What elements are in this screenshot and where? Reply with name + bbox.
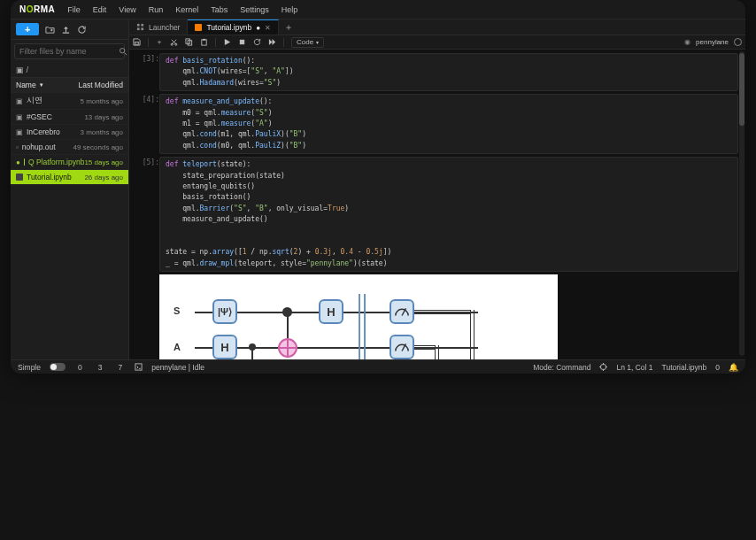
- code-input[interactable]: def measure_and_update(): m0 = qml.measu…: [159, 94, 738, 154]
- file-modified: 26 days ago: [84, 174, 123, 181]
- file-modified: 3 months ago: [81, 128, 123, 136]
- breadcrumb[interactable]: ▣ /: [11, 63, 128, 78]
- classical-wire: [414, 310, 471, 314]
- terminals-icon[interactable]: [135, 363, 143, 371]
- paste-icon[interactable]: [200, 38, 208, 46]
- code-input[interactable]: def basis_rotation(): qml.CNOT(wires=["S…: [159, 53, 738, 91]
- file-row[interactable]: ●Q Platform.ipynb 15 days ago: [11, 155, 128, 170]
- svg-rect-3: [137, 27, 140, 30]
- header-name[interactable]: Name: [16, 81, 36, 89]
- svg-point-14: [601, 364, 606, 369]
- simple-label: Simple: [18, 363, 41, 372]
- file-row[interactable]: ▣시연 5 months ago: [11, 93, 128, 110]
- gate-measure-a: [390, 335, 414, 359]
- cell-prompt: [5]:: [133, 157, 159, 272]
- header-modified[interactable]: Last Modified: [78, 81, 123, 89]
- kernel-status-icon: [734, 38, 742, 46]
- kernel-status[interactable]: pennylane | Idle: [151, 363, 204, 372]
- code-input[interactable]: def teleport(state): state_preparation(s…: [159, 157, 738, 272]
- file-modified: 49 seconds ago: [73, 143, 124, 151]
- menu-tabs[interactable]: Tabs: [211, 5, 228, 14]
- restart-icon[interactable]: [253, 38, 261, 46]
- svg-point-0: [120, 49, 125, 53]
- file-row[interactable]: ▣InCerebro 3 months ago: [11, 125, 128, 140]
- tab-launcher[interactable]: Launcher: [129, 19, 188, 35]
- breadcrumb-folder-icon: ▣: [16, 66, 24, 74]
- classical-wire: [435, 345, 439, 359]
- gate-h: H: [212, 335, 237, 359]
- file-row[interactable]: ▣#GSEC 13 days ago: [11, 110, 128, 125]
- restart-run-all-icon[interactable]: [268, 38, 276, 46]
- filter-box[interactable]: [14, 43, 125, 59]
- cursor-position: Ln 1, Col 1: [616, 363, 652, 372]
- classical-wire: [470, 310, 474, 359]
- tab-label: Launcher: [149, 23, 180, 32]
- scrollbar-vertical[interactable]: [739, 51, 744, 356]
- status-count[interactable]: 3: [95, 363, 106, 372]
- cut-icon[interactable]: [170, 38, 178, 46]
- brand-prefix: N: [19, 4, 27, 14]
- menu-view[interactable]: View: [119, 5, 135, 14]
- status-bar: Simple 0 3 7 pennylane | Idle Mode: Comm…: [11, 359, 745, 374]
- scrollbar-thumb[interactable]: [739, 53, 744, 126]
- status-count[interactable]: 7: [114, 363, 126, 372]
- notebook-toolbar: ＋ Code ▾ ◉ pennylane: [129, 35, 745, 50]
- upload-icon[interactable]: [60, 24, 71, 35]
- save-icon[interactable]: [133, 38, 141, 46]
- file-modified: 13 days ago: [84, 113, 123, 121]
- cell-output-figure: S A B |Ψ⟩ H: [159, 274, 558, 359]
- tab-bar: Launcher Tutorial.ipynb ● ✕ ＋: [129, 19, 745, 35]
- file-name: #GSEC: [27, 112, 52, 121]
- code-cell[interactable]: [3]: def basis_rotation(): qml.CNOT(wire…: [133, 53, 738, 91]
- file-row[interactable]: ▫nohup.out 49 seconds ago: [11, 140, 128, 155]
- new-tab-button[interactable]: ＋: [279, 21, 298, 34]
- notebook-area[interactable]: [3]: def basis_rotation(): qml.CNOT(wire…: [129, 50, 745, 359]
- svg-rect-5: [135, 42, 139, 45]
- edit-mode: Mode: Command: [533, 363, 590, 372]
- cnot-wire: [251, 347, 253, 359]
- notebook-trust-icon[interactable]: ◉: [684, 38, 690, 46]
- run-icon[interactable]: [223, 38, 231, 46]
- filter-input[interactable]: [19, 47, 119, 56]
- cursor-target-icon: [599, 363, 607, 371]
- file-row[interactable]: Tutorial.ipynb 26 days ago: [11, 170, 128, 185]
- status-count[interactable]: 0: [74, 363, 86, 372]
- status-filename: Tutorial.ipynb: [662, 363, 707, 372]
- new-launcher-button[interactable]: +: [16, 23, 39, 35]
- wire-label-s: S: [174, 305, 180, 316]
- simple-toggle[interactable]: [50, 363, 66, 371]
- folder-icon: ▣: [16, 97, 23, 105]
- svg-rect-2: [141, 24, 143, 27]
- menu-file[interactable]: File: [67, 5, 81, 14]
- kernel-name[interactable]: pennylane: [696, 38, 729, 46]
- copy-icon[interactable]: [185, 38, 193, 46]
- close-icon[interactable]: ✕: [265, 24, 271, 32]
- menu-settings[interactable]: Settings: [240, 5, 269, 14]
- tab-tutorial[interactable]: Tutorial.ipynb ● ✕: [188, 19, 279, 35]
- cell-type-select[interactable]: Code ▾: [291, 37, 324, 48]
- file-list-header: Name▼ Last Modified: [11, 78, 128, 93]
- gate-h: H: [319, 299, 343, 324]
- file-modified: 15 days ago: [84, 158, 123, 166]
- barrier: [359, 294, 360, 359]
- gate-state-prep: |Ψ⟩: [212, 299, 237, 324]
- breadcrumb-path: /: [27, 66, 29, 74]
- code-cell[interactable]: [4]: def measure_and_update(): m0 = qml.…: [133, 94, 738, 154]
- menu-edit[interactable]: Edit: [93, 5, 107, 14]
- stop-icon[interactable]: [238, 38, 246, 46]
- menu-run[interactable]: Run: [149, 5, 164, 14]
- new-folder-icon[interactable]: [44, 24, 55, 35]
- classical-wire: [414, 345, 436, 350]
- status-filecount: 0: [715, 363, 720, 372]
- file-name: 시연: [27, 96, 42, 106]
- file-name: nohup.out: [22, 143, 56, 151]
- bell-icon[interactable]: 🔔: [729, 363, 738, 372]
- svg-rect-1: [137, 24, 140, 27]
- menu-help[interactable]: Help: [282, 5, 298, 14]
- code-cell[interactable]: [5]: def teleport(state): state_preparat…: [133, 157, 738, 272]
- sidebar-toolbar: +: [11, 19, 128, 40]
- notebook-icon: [195, 24, 202, 31]
- refresh-icon[interactable]: [76, 24, 87, 35]
- add-cell-icon[interactable]: ＋: [156, 37, 163, 47]
- menu-kernel[interactable]: Kernel: [175, 5, 198, 14]
